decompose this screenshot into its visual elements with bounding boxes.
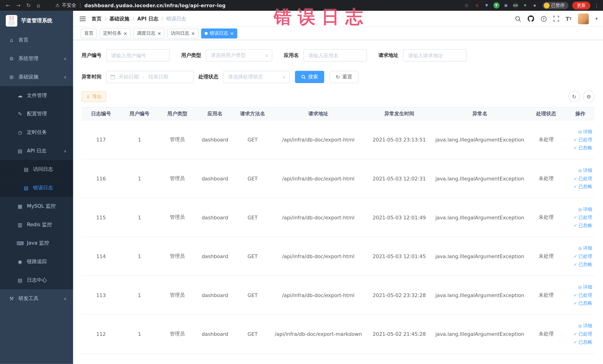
tab-access-log[interactable]: 访问日志×	[167, 28, 198, 38]
sidebar-toggle-icon[interactable]	[80, 16, 86, 21]
fullscreen-icon[interactable]	[553, 16, 559, 22]
mark-ignored-link[interactable]: ✓已忽略	[574, 339, 592, 345]
forward-icon[interactable]: →	[16, 2, 21, 8]
user-id-input[interactable]	[106, 49, 170, 61]
reload-icon[interactable]: ↻	[26, 2, 31, 8]
sidebar-item-redis[interactable]: ▥Redis 监控	[0, 215, 73, 234]
row-actions: ◎详细✓已处理✓已忽略	[568, 128, 593, 151]
puzzle-icon[interactable]: ◆	[532, 2, 538, 8]
mark-processed-link[interactable]: ✓已处理	[574, 175, 592, 182]
mark-processed-link[interactable]: ✓已处理	[574, 292, 592, 298]
cell-user-id: 1	[120, 237, 158, 276]
mark-processed-link[interactable]: ✓已处理	[574, 136, 592, 143]
sidebar-item-access-log[interactable]: ▤访问日志	[0, 160, 73, 178]
sidebar-item-error-log[interactable]: ▤错误日志	[0, 178, 73, 197]
update-button[interactable]: 更新	[572, 1, 590, 10]
sidebar: 芋道管理系统 ⌂首页⚙系统管理∨⊞基础设施∧☁文件管理✎配置管理◷定时任务▤AP…	[0, 11, 73, 364]
home-icon[interactable]: ⌂	[37, 2, 40, 8]
app-name-input[interactable]	[303, 49, 367, 61]
recorder-icon[interactable]: ◎	[474, 2, 480, 8]
sidebar-item-log-center[interactable]: ▤日志中心	[0, 271, 73, 289]
breadcrumb-item[interactable]: 基础设施	[109, 15, 129, 22]
request-url-label: 请求地址	[378, 52, 398, 59]
request-url-input[interactable]	[403, 49, 466, 61]
mark-processed-link[interactable]: ✓已处理	[574, 253, 592, 259]
grid-app-icon[interactable]: ▦	[503, 2, 509, 8]
paused-badge[interactable]: 已暂停	[542, 2, 568, 9]
cell-user-type: 管理员	[158, 120, 196, 159]
drop-icon[interactable]: ▼	[484, 2, 490, 8]
detail-link[interactable]: ◎详细	[578, 128, 592, 135]
sidebar-item-java[interactable]: ⌨Java 监控	[0, 234, 73, 252]
mark-ignored-link[interactable]: ✓已忽略	[574, 300, 592, 306]
green-app-icon[interactable]: Y	[493, 2, 499, 8]
mark-ignored-link[interactable]: ✓已忽略	[574, 261, 592, 268]
column-settings-button[interactable]: ⚙	[583, 91, 594, 102]
help-icon[interactable]: ?	[541, 16, 547, 22]
tab-home[interactable]: 首页	[81, 28, 97, 38]
breadcrumb-item[interactable]: 首页	[92, 15, 102, 22]
close-icon[interactable]: ×	[157, 31, 161, 35]
mark-processed-link[interactable]: ✓已处理	[574, 214, 592, 221]
export-button[interactable]: ↓ 导出	[81, 91, 106, 102]
app-title: 芋道管理系统	[21, 17, 52, 24]
cell-app-name: dashboard	[196, 237, 233, 276]
search-button[interactable]: 搜索	[295, 71, 324, 83]
sidebar-item-file[interactable]: ☁文件管理	[0, 86, 73, 105]
detail-link[interactable]: ◎详细	[578, 206, 592, 212]
tab-job[interactable]: 定时任务×	[100, 28, 131, 38]
tab-job-log[interactable]: 调度日志×	[133, 28, 165, 38]
mark-processed-link[interactable]: ✓已处理	[574, 331, 592, 337]
tab-label: 访问日志	[171, 30, 189, 36]
back-icon[interactable]: ←	[6, 2, 10, 8]
sidebar-item-home[interactable]: ⌂首页	[0, 31, 73, 49]
action-label: 已处理	[578, 214, 592, 221]
reset-button[interactable]: ↻ 重置	[330, 71, 358, 83]
github-icon[interactable]	[528, 15, 534, 22]
exception-time-range-picker[interactable]: 开始日期 - 结束日期	[106, 71, 194, 83]
error-log-icon: ▤	[23, 185, 29, 191]
tab-error-log[interactable]: 错误日志×	[201, 28, 237, 38]
sidebar-item-job[interactable]: ◷定时任务	[0, 123, 73, 142]
cell-method: GET	[234, 315, 272, 353]
svg-text:?: ?	[543, 17, 545, 21]
process-status-select[interactable]: 请选择处理状态 ∨	[223, 71, 290, 83]
leaf-icon[interactable]: ❉	[522, 2, 528, 8]
font-size-icon[interactable]: TT	[566, 16, 572, 22]
mark-ignored-link[interactable]: ✓已忽略	[574, 222, 592, 229]
cell-user-id: 1	[120, 159, 158, 198]
table-row: 1141管理员dashboardGET/api/infra/db-doc/exp…	[81, 237, 595, 276]
detail-link[interactable]: ◎详细	[578, 284, 592, 290]
security-chip[interactable]: ⚠ 不安全	[55, 2, 76, 9]
address-bar[interactable]: dashboard.yudao.iocoder.cn/infra/log/api…	[84, 2, 226, 8]
avatar-caret-icon[interactable]: ▾	[595, 16, 597, 21]
mark-ignored-link[interactable]: ✓已忽略	[574, 183, 592, 190]
detail-link[interactable]: ◎详细	[578, 167, 592, 174]
bookmark-star-icon[interactable]: ☆	[464, 2, 469, 8]
sidebar-item-mysql[interactable]: ▦MySQL 监控	[0, 197, 73, 215]
close-icon[interactable]: ×	[230, 31, 234, 35]
detail-link[interactable]: ◎详细	[578, 245, 592, 251]
sidebar-item-api-log[interactable]: ▤API 日志∧	[0, 141, 73, 160]
eye-icon: ◎	[578, 168, 582, 173]
sidebar-item-trace[interactable]: ◉链路追踪	[0, 252, 73, 271]
sidebar-item-system[interactable]: ⚙系统管理∨	[0, 49, 73, 68]
on-badge-icon[interactable]: on	[512, 2, 519, 8]
close-icon[interactable]: ×	[191, 31, 195, 35]
sidebar-item-config[interactable]: ✎配置管理	[0, 105, 73, 123]
user-type-select[interactable]: 请选择用户类型 ∨	[206, 49, 272, 61]
close-icon[interactable]: ×	[123, 31, 127, 35]
mark-ignored-link[interactable]: ✓已忽略	[574, 144, 592, 151]
search-icon[interactable]	[515, 16, 521, 22]
sidebar-item-infra[interactable]: ⊞基础设施∧	[0, 68, 73, 86]
detail-link[interactable]: ◎详细	[578, 323, 592, 329]
breadcrumb-item[interactable]: API 日志	[137, 15, 158, 22]
sidebar-item-devtools[interactable]: ⚒研发工具∨	[0, 289, 73, 308]
access-log-icon: ▤	[23, 166, 29, 172]
refresh-table-button[interactable]: ↻	[568, 91, 580, 102]
kebab-menu-icon[interactable]: ⋮	[594, 2, 599, 8]
chevron-down-icon: ∨	[64, 296, 67, 301]
cell-actions: ◎详细✓已处理✓已忽略	[566, 120, 595, 159]
action-label: 已忽略	[578, 339, 592, 345]
user-avatar[interactable]	[578, 13, 589, 24]
